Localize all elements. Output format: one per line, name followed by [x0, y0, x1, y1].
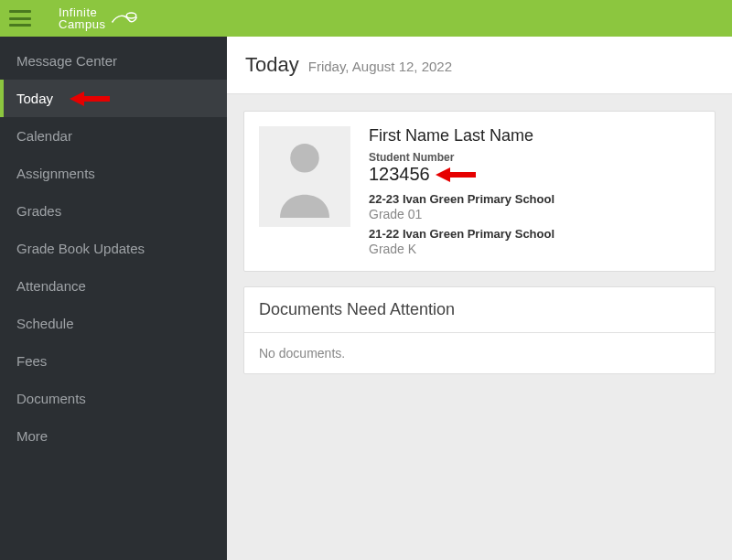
sidebar-item-label: Today [16, 91, 53, 106]
logo-text-bottom: Campus [59, 18, 105, 30]
enrollment-grade: Grade 01 [369, 207, 700, 221]
sidebar-item-documents[interactable]: Documents [0, 380, 227, 417]
sidebar-item-calendar[interactable]: Calendar [0, 117, 227, 155]
enrollment-entry: 22-23 Ivan Green Primary School Grade 01 [369, 192, 700, 221]
sidebar-item-label: Schedule [16, 316, 74, 331]
page-title: Today [245, 53, 299, 77]
sidebar-item-label: Grade Book Updates [16, 241, 145, 256]
avatar-placeholder-icon [259, 126, 350, 227]
brand-logo: Infinite Campus [59, 6, 138, 30]
sidebar-nav: Message Center Today Calendar Assignment… [0, 37, 227, 560]
svg-point-0 [127, 13, 137, 18]
sidebar-item-label: Documents [16, 391, 86, 406]
enrollment-year: 22-23 [369, 192, 399, 206]
sidebar-item-label: Assignments [16, 166, 95, 181]
student-number-label: Student Number [369, 151, 700, 164]
enrollment-year: 21-22 [369, 227, 399, 241]
documents-header: Documents Need Attention [244, 287, 715, 333]
enrollment-grade: Grade K [369, 242, 700, 256]
sidebar-item-assignments[interactable]: Assignments [0, 155, 227, 192]
sidebar-item-more[interactable]: More [0, 417, 227, 455]
sidebar-item-grades[interactable]: Grades [0, 192, 227, 230]
sidebar-item-label: Attendance [16, 278, 86, 294]
sidebar-item-today[interactable]: Today [0, 80, 227, 117]
student-number: 123456 [369, 164, 430, 185]
hamburger-menu-icon[interactable] [9, 10, 31, 27]
sidebar-item-label: Calendar [16, 128, 72, 144]
page-title-bar: Today Friday, August 12, 2022 [227, 37, 732, 94]
sidebar-item-label: Fees [16, 353, 47, 369]
enrollment-entry: 21-22 Ivan Green Primary School Grade K [369, 227, 700, 256]
sidebar-item-message-center[interactable]: Message Center [0, 42, 227, 80]
logo-swoosh-icon [111, 9, 138, 27]
documents-empty-message: No documents. [244, 333, 715, 373]
student-card: First Name Last Name Student Number 1234… [243, 111, 716, 272]
sidebar-item-attendance[interactable]: Attendance [0, 267, 227, 305]
svg-marker-5 [436, 167, 450, 182]
sidebar-item-fees[interactable]: Fees [0, 342, 227, 380]
annotation-arrow-icon [70, 90, 110, 108]
annotation-arrow-icon [436, 166, 476, 184]
sidebar-item-label: Grades [16, 203, 61, 219]
sidebar-item-label: Message Center [16, 53, 117, 69]
enrollment-school: Ivan Green Primary School [403, 192, 554, 206]
app-header: Infinite Campus [0, 0, 732, 37]
svg-point-3 [290, 144, 319, 173]
svg-marker-2 [70, 92, 84, 106]
main-content: Today Friday, August 12, 2022 First Name… [227, 37, 732, 560]
enrollment-school: Ivan Green Primary School [403, 227, 554, 241]
page-date: Friday, August 12, 2022 [308, 59, 452, 74]
sidebar-item-grade-book-updates[interactable]: Grade Book Updates [0, 230, 227, 267]
sidebar-item-label: More [16, 428, 48, 444]
sidebar-item-schedule[interactable]: Schedule [0, 305, 227, 342]
student-name: First Name Last Name [369, 126, 700, 145]
documents-card: Documents Need Attention No documents. [243, 286, 716, 374]
